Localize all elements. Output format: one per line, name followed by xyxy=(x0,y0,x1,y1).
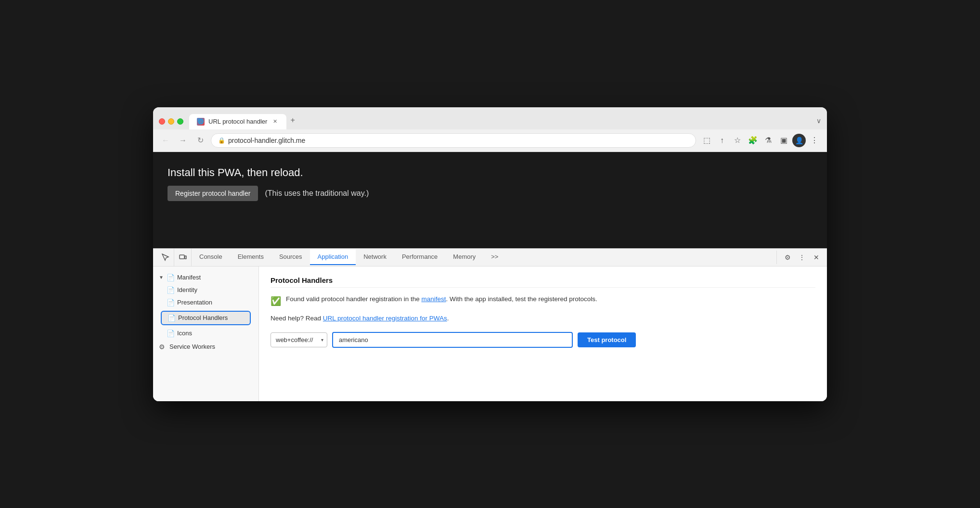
tab-memory[interactable]: Memory xyxy=(445,249,483,265)
page-instruction: Install this PWA, then reload. xyxy=(168,166,812,179)
devtools-sidebar: ▼ 📄 Manifest 📄 Identity 📄 Presentation xyxy=(153,267,259,401)
device-toggle-icon[interactable] xyxy=(174,249,192,266)
devtools-main: Protocol Handlers ✅ Found valid protocol… xyxy=(259,267,827,401)
success-check-icon: ✅ xyxy=(271,295,281,308)
manifest-label: Manifest xyxy=(177,274,253,281)
inspect-element-icon[interactable] xyxy=(157,249,174,266)
url-box[interactable]: 🔒 protocol-handler.glitch.me xyxy=(211,133,696,148)
url-text: protocol-handler.glitch.me xyxy=(228,137,305,144)
bookmark-icon[interactable]: ☆ xyxy=(731,134,744,147)
experiments-icon[interactable]: ⚗ xyxy=(761,134,775,147)
register-protocol-button[interactable]: Register protocol handler xyxy=(168,186,258,201)
help-text-before: Need help? Read xyxy=(271,315,323,322)
tab-title: URL protocol handler xyxy=(208,118,267,125)
back-button[interactable]: ← xyxy=(159,134,172,147)
devtools-body: ▼ 📄 Manifest 📄 Identity 📄 Presentation xyxy=(153,267,827,401)
close-button[interactable] xyxy=(159,118,165,125)
help-link[interactable]: URL protocol handler registration for PW… xyxy=(323,315,447,322)
manifest-link[interactable]: manifest xyxy=(421,295,446,303)
tab-favicon: 🌐 xyxy=(197,118,205,126)
tab-close-button[interactable]: ✕ xyxy=(271,118,279,126)
toolbar-icons: ⬚ ↑ ☆ 🧩 ⚗ ▣ 👤 ⋮ xyxy=(700,134,821,147)
chrome-menu-icon[interactable]: ⋮ xyxy=(808,134,821,147)
split-view-icon[interactable]: ▣ xyxy=(777,134,790,147)
cast-icon[interactable]: ⬚ xyxy=(700,134,713,147)
page-content: Install this PWA, then reload. Register … xyxy=(153,152,827,248)
minimize-button[interactable] xyxy=(168,118,174,125)
sidebar-item-protocol-handlers[interactable]: 📄 Protocol Handlers xyxy=(161,311,251,325)
forward-button[interactable]: → xyxy=(176,134,190,147)
lock-icon: 🔒 xyxy=(218,137,225,144)
tab-application[interactable]: Application xyxy=(310,249,356,265)
sidebar-item-presentation[interactable]: 📄 Presentation xyxy=(153,296,258,309)
new-tab-button[interactable]: + xyxy=(286,112,298,129)
devtools-panel: Console Elements Sources Application Net… xyxy=(153,248,827,401)
presentation-file-icon: 📄 xyxy=(167,299,174,306)
protocol-select[interactable]: web+coffee:// xyxy=(271,332,327,347)
icons-label: Icons xyxy=(177,330,253,337)
maximize-button[interactable] xyxy=(177,118,183,125)
protocol-handlers-file-icon: 📄 xyxy=(168,314,175,322)
devtools-close-icon[interactable]: ✕ xyxy=(810,251,823,264)
section-title: Protocol Handlers xyxy=(271,276,815,288)
devtools-tab-bar: Console Elements Sources Application Net… xyxy=(153,249,827,267)
success-text-after: . With the app installed, test the regis… xyxy=(446,295,597,303)
manifest-arrow-icon: ▼ xyxy=(159,275,164,280)
tab-console[interactable]: Console xyxy=(192,249,230,265)
tab-bar: 🌐 URL protocol handler ✕ + ∨ xyxy=(189,112,821,129)
manifest-file-icon: 📄 xyxy=(167,274,174,281)
sidebar-item-icons[interactable]: 📄 Icons xyxy=(153,327,258,340)
tab-sources[interactable]: Sources xyxy=(271,249,310,265)
tab-performance[interactable]: Performance xyxy=(394,249,445,265)
protocol-handlers-wrapper: 📄 Protocol Handlers xyxy=(153,309,258,327)
page-buttons: Register protocol handler (This uses the… xyxy=(168,186,812,201)
devtools-end-icons: ⚙ ⋮ ✕ xyxy=(776,251,823,264)
page-note: (This uses the traditional way.) xyxy=(265,189,369,198)
svg-rect-1 xyxy=(185,256,186,259)
service-workers-gear-icon: ⚙ xyxy=(159,343,167,351)
reload-button[interactable]: ↻ xyxy=(193,134,207,147)
title-bar: 🌐 URL protocol handler ✕ + ∨ xyxy=(153,107,827,129)
test-protocol-button[interactable]: Test protocol xyxy=(578,332,636,347)
svg-rect-0 xyxy=(180,255,184,259)
help-row: Need help? Read URL protocol handler reg… xyxy=(271,314,815,323)
tab-more[interactable]: >> xyxy=(483,249,506,265)
profile-avatar[interactable]: 👤 xyxy=(792,134,806,147)
tab-elements[interactable]: Elements xyxy=(230,249,271,265)
active-tab[interactable]: 🌐 URL protocol handler ✕ xyxy=(189,114,286,129)
sidebar-item-manifest[interactable]: ▼ 📄 Manifest xyxy=(153,271,258,284)
share-icon[interactable]: ↑ xyxy=(715,134,729,147)
sidebar-item-identity[interactable]: 📄 Identity xyxy=(153,284,258,296)
extensions-icon[interactable]: 🧩 xyxy=(746,134,760,147)
traffic-lights xyxy=(159,118,189,129)
protocol-handlers-label: Protocol Handlers xyxy=(178,314,246,321)
tab-network[interactable]: Network xyxy=(356,249,394,265)
test-row: web+coffee:// ▾ Test protocol xyxy=(271,332,815,348)
address-bar: ← → ↻ 🔒 protocol-handler.glitch.me ⬚ ↑ ☆… xyxy=(153,129,827,152)
presentation-label: Presentation xyxy=(177,299,253,306)
service-workers-label: Service Workers xyxy=(169,343,253,350)
sidebar-item-service-workers[interactable]: ⚙ Service Workers xyxy=(153,341,258,353)
identity-label: Identity xyxy=(177,286,253,293)
manifest-section: ▼ 📄 Manifest 📄 Identity 📄 Presentation xyxy=(153,270,258,341)
devtools-settings-icon[interactable]: ⚙ xyxy=(781,251,794,264)
icons-file-icon: 📄 xyxy=(167,330,174,337)
devtools-more-icon[interactable]: ⋮ xyxy=(795,251,809,264)
success-message: ✅ Found valid protocol handler registrat… xyxy=(271,294,815,308)
protocol-test-input[interactable] xyxy=(332,332,573,348)
browser-window: 🌐 URL protocol handler ✕ + ∨ ← → ↻ 🔒 pro… xyxy=(153,107,827,401)
help-text-after: . xyxy=(447,315,449,322)
identity-file-icon: 📄 xyxy=(167,286,174,294)
success-text-before: Found valid protocol handler registratio… xyxy=(286,295,421,303)
protocol-select-wrapper: web+coffee:// ▾ xyxy=(271,332,327,347)
tab-list-button[interactable]: ∨ xyxy=(816,117,821,129)
success-text: Found valid protocol handler registratio… xyxy=(286,294,597,304)
